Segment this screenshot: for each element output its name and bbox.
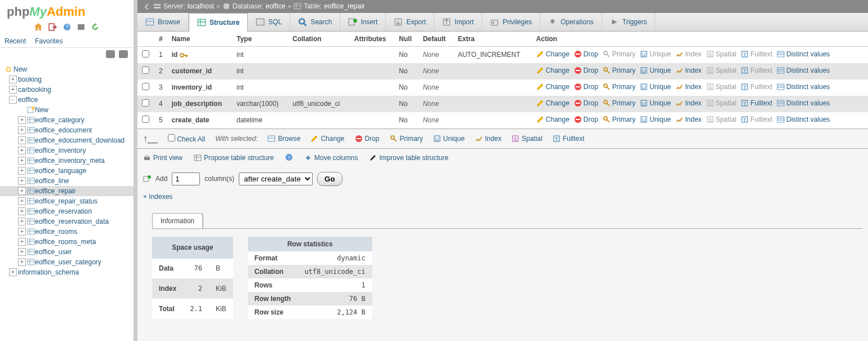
tree-toggle[interactable]: +: [18, 248, 26, 256]
tab-sql[interactable]: SQL: [248, 13, 290, 31]
tree-item-eoffice_inventory[interactable]: +eoffice_inventory: [0, 145, 133, 156]
tab-insert[interactable]: Insert: [340, 13, 386, 31]
act-index[interactable]: Index: [675, 99, 701, 107]
tab-search[interactable]: Search: [290, 13, 340, 31]
logo[interactable]: phpMyAdmin: [0, 0, 133, 21]
bc-db[interactable]: eoffice: [265, 2, 285, 10]
act-fulltext[interactable]: TFulltext: [741, 50, 772, 58]
tree-item-New[interactable]: New: [0, 105, 133, 115]
tab-privileges[interactable]: Privileges: [482, 13, 540, 31]
recent-tab[interactable]: Recent: [0, 35, 30, 47]
collapse-icon[interactable]: [106, 50, 115, 58]
act-change[interactable]: Change: [536, 116, 569, 123]
tree-toggle[interactable]: +: [18, 238, 26, 246]
tab-triggers[interactable]: Triggers: [602, 13, 656, 31]
act-index[interactable]: Index: [675, 116, 701, 123]
link-icon[interactable]: [119, 50, 128, 58]
tree-item-eoffice_category[interactable]: +eoffice_category: [0, 115, 133, 125]
ws-index[interactable]: Index: [475, 135, 501, 143]
tree-item-eoffice_reservation[interactable]: +eoffice_reservation: [0, 206, 133, 216]
tree-toggle[interactable]: +: [9, 76, 17, 83]
act-index[interactable]: Index: [675, 50, 701, 58]
act-spatial[interactable]: SSpatial: [706, 83, 737, 91]
tree-toggle[interactable]: +: [18, 228, 26, 236]
tree-item-eoffice_edocument[interactable]: +eoffice_edocument: [0, 125, 133, 135]
act-spatial[interactable]: SSpatial: [706, 99, 737, 107]
tab-operations[interactable]: Operations: [540, 13, 602, 31]
tree-item-eoffice_language[interactable]: +eoffice_language: [0, 166, 133, 176]
tree-new[interactable]: New: [0, 64, 133, 74]
favorites-tab[interactable]: Favorites: [30, 35, 67, 47]
act-distinct[interactable]: Distinct values: [777, 99, 830, 107]
add-position-select[interactable]: after create_date: [239, 172, 313, 185]
row-checkbox[interactable]: [142, 116, 149, 123]
act-drop[interactable]: Drop: [574, 83, 598, 91]
print-view[interactable]: Print view: [143, 154, 182, 162]
tree-item-eoffice_user_category[interactable]: +eoffice_user_category: [0, 257, 133, 267]
ws-primary[interactable]: Primary: [390, 135, 423, 143]
act-spatial[interactable]: SSpatial: [706, 116, 737, 123]
row-checkbox[interactable]: [142, 99, 149, 107]
act-unique[interactable]: UUnique: [640, 67, 671, 74]
sql-icon[interactable]: [77, 23, 86, 32]
tab-export[interactable]: Export: [386, 13, 434, 31]
tree-item-eoffice_rooms_meta[interactable]: +eoffice_rooms_meta: [0, 237, 133, 247]
row-checkbox[interactable]: [142, 83, 149, 90]
act-distinct[interactable]: Distinct values: [777, 50, 830, 58]
add-count-input[interactable]: [172, 172, 200, 185]
act-fulltext[interactable]: TFulltext: [741, 83, 772, 91]
information-tab[interactable]: Information: [152, 213, 203, 228]
tree-toggle[interactable]: -: [9, 96, 17, 104]
act-change[interactable]: Change: [536, 67, 569, 74]
act-change[interactable]: Change: [536, 50, 569, 58]
tree-item-eoffice[interactable]: -eoffice: [0, 95, 133, 105]
tree-toggle[interactable]: +: [18, 258, 26, 266]
act-fulltext[interactable]: TFulltext: [741, 67, 772, 74]
act-change[interactable]: Change: [536, 83, 569, 91]
home-icon[interactable]: [34, 23, 43, 32]
act-change[interactable]: Change: [536, 99, 569, 107]
act-primary[interactable]: Primary: [603, 67, 635, 74]
act-unique[interactable]: UUnique: [640, 116, 671, 123]
tree-toggle[interactable]: +: [18, 197, 26, 205]
logout-icon[interactable]: [48, 23, 57, 32]
tab-browse[interactable]: Browse: [137, 13, 189, 31]
indexes-toggle[interactable]: + Indexes: [137, 191, 868, 203]
row-checkbox[interactable]: [142, 50, 149, 57]
act-fulltext[interactable]: TFulltext: [741, 99, 772, 107]
act-index[interactable]: Index: [675, 67, 701, 74]
row-checkbox[interactable]: [142, 67, 149, 74]
act-drop[interactable]: Drop: [574, 116, 598, 123]
tree-toggle[interactable]: +: [18, 177, 26, 185]
act-primary[interactable]: Primary: [603, 50, 635, 58]
nav-left-icon[interactable]: [143, 2, 151, 11]
tree-toggle[interactable]: +: [18, 218, 26, 225]
tree-toggle[interactable]: +: [18, 207, 26, 215]
tree-toggle[interactable]: +: [18, 187, 26, 195]
tree-item-information_schema[interactable]: +information_schema: [0, 267, 133, 277]
tab-structure[interactable]: Structure: [189, 13, 248, 32]
ws-browse[interactable]: Browse: [268, 135, 300, 143]
bc-server[interactable]: localhost: [188, 2, 214, 10]
act-drop[interactable]: Drop: [574, 99, 598, 107]
check-all[interactable]: Check All: [168, 134, 205, 143]
act-primary[interactable]: Primary: [603, 116, 635, 123]
ws-spatial[interactable]: SSpatial: [511, 135, 542, 143]
act-unique[interactable]: UUnique: [640, 83, 671, 91]
tree-item-eoffice_reservation_data[interactable]: +eoffice_reservation_data: [0, 216, 133, 227]
go-button[interactable]: Go: [317, 172, 342, 186]
docs-icon[interactable]: ?: [63, 23, 72, 32]
act-distinct[interactable]: Distinct values: [777, 83, 830, 91]
tree-item-eoffice_line[interactable]: +eoffice_line: [0, 176, 133, 186]
tree-toggle[interactable]: +: [18, 167, 26, 175]
tree-toggle[interactable]: +: [9, 268, 17, 276]
act-spatial[interactable]: SSpatial: [706, 67, 737, 74]
tree-toggle[interactable]: +: [18, 126, 26, 134]
act-distinct[interactable]: Distinct values: [777, 116, 830, 123]
act-primary[interactable]: Primary: [603, 83, 635, 91]
tree-item-booking[interactable]: +booking: [0, 74, 133, 85]
act-spatial[interactable]: SSpatial: [706, 50, 737, 58]
tree-toggle[interactable]: +: [18, 116, 26, 124]
tree-item-eoffice_inventory_meta[interactable]: +eoffice_inventory_meta: [0, 156, 133, 166]
act-distinct[interactable]: Distinct values: [777, 67, 830, 74]
